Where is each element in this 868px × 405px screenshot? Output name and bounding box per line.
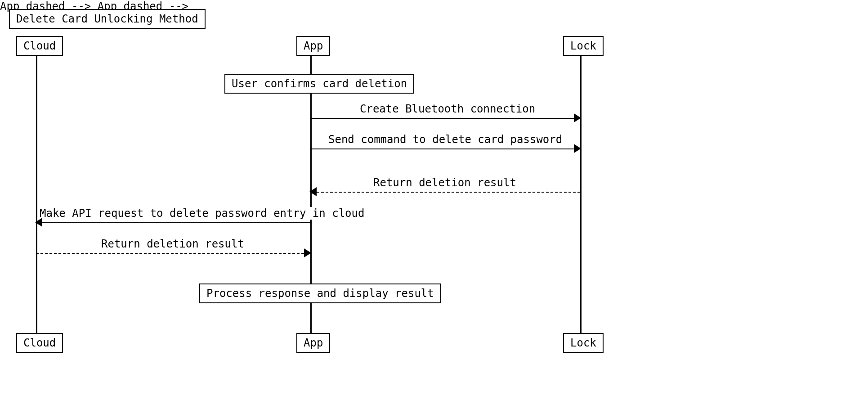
- participant-lock-bottom: Lock: [563, 333, 604, 353]
- msg-label: Send command to delete card password: [328, 133, 562, 146]
- note-user-confirm: User confirms card deletion: [224, 74, 414, 94]
- participant-app-bottom: App: [296, 333, 330, 353]
- participant-lock-top: Lock: [563, 36, 604, 56]
- lifeline-cloud: [36, 56, 37, 333]
- msg-label: Return deletion result: [101, 238, 244, 250]
- lifeline-app-top1: [310, 56, 312, 74]
- diagram-title: Delete Card Unlocking Method: [9, 9, 206, 29]
- participant-app-top: App: [296, 36, 330, 56]
- msg-label: Create Bluetooth connection: [360, 103, 535, 115]
- note-process-response: Process response and display result: [199, 284, 441, 303]
- msg-label: Return deletion result: [373, 176, 516, 189]
- lifeline-lock: [580, 56, 582, 333]
- sequence-diagram: Delete Card Unlocking Method Cloud App L…: [0, 0, 868, 405]
- msg-label: Make API request to delete password entr…: [40, 207, 364, 220]
- participant-cloud-bottom: Cloud: [16, 333, 63, 353]
- participant-cloud-top: Cloud: [16, 36, 63, 56]
- lifeline-app-bottom: [310, 302, 312, 333]
- lifeline-app-mid: [310, 93, 312, 284]
